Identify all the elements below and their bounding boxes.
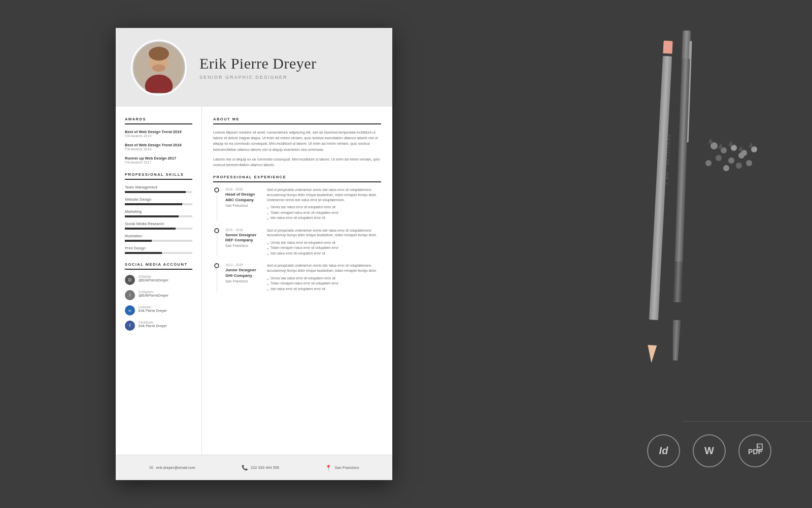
resume-header: Erik Pierre Dreyer SENIOR GRAPHIC DESIGN… bbox=[116, 28, 392, 107]
svg-text:PDF: PDF bbox=[748, 448, 762, 456]
header-info: Erik Pierre Dreyer SENIOR GRAPHIC DESIGN… bbox=[199, 55, 317, 80]
footer-location: 📍 San Francisco bbox=[325, 465, 359, 470]
exp-timeline-3 bbox=[213, 263, 220, 292]
skill-marketing: Marketing bbox=[125, 209, 192, 217]
experience-section: PROFESSIONAL EXPERIENCE 2018 - 2020 Head… bbox=[213, 175, 381, 292]
exp-role-1: Head of Design bbox=[225, 192, 262, 197]
svg-point-2 bbox=[149, 47, 169, 60]
exp-company-name-2: DEF Company bbox=[225, 238, 262, 243]
skill-illustration: Illustration bbox=[125, 234, 192, 242]
resume-footer: ✉ erik.dreyer@email.com 📞 222 333 444 55… bbox=[116, 455, 392, 480]
pdf-icon: PDF bbox=[738, 434, 771, 467]
awards-title: AWARDS bbox=[125, 117, 192, 124]
exp-bullet-2-2: Totam remaperi natus error sit volupatem… bbox=[267, 245, 381, 250]
exp-right-2: Sed ut perspiciatis underarmor omnis ist… bbox=[267, 228, 381, 257]
resume-name: Erik Pierre Dreyer bbox=[199, 55, 317, 72]
exp-line-2 bbox=[217, 233, 217, 257]
exp-date-3: 2013 - 2015 bbox=[225, 263, 262, 267]
exp-dot-2 bbox=[214, 228, 219, 233]
pdf-symbol: PDF bbox=[747, 443, 763, 459]
push-pins bbox=[700, 142, 782, 244]
exp-bullet-3-2: Totam remaperi natus error sit volupatem… bbox=[267, 281, 381, 286]
footer-email: ✉ erik.dreyer@email.com bbox=[149, 465, 195, 470]
exp-bullet-3-1: Omnis iste natus error sit volupatem err… bbox=[267, 276, 381, 281]
exp-bullet-1-2: Totam remaperi natus error sit volupatem… bbox=[267, 210, 381, 215]
exp-bullet-3-3: Iste natus error sit volupatem error sit bbox=[267, 287, 381, 292]
dribbble-icon: D bbox=[125, 275, 135, 285]
resume-body: AWARDS Best of Web Design Trend 2019 ITA… bbox=[116, 107, 392, 455]
exp-dot-1 bbox=[214, 187, 219, 193]
skill-social-media: Social Media Research bbox=[125, 221, 192, 230]
instagram-icon: I bbox=[125, 290, 135, 300]
pencil-eraser bbox=[663, 41, 672, 54]
exp-date-2: 2015 - 2018 bbox=[225, 228, 262, 232]
footer-phone: 📞 222 333 444 555 bbox=[242, 465, 279, 470]
resume-paper: Erik Pierre Dreyer SENIOR GRAPHIC DESIGN… bbox=[116, 28, 392, 480]
award-item-3: Runner up Web Design 2017 ITA Awards 201… bbox=[125, 156, 192, 164]
about-paragraph-1: Lorems lilipsum modolor sit amet, consec… bbox=[213, 130, 381, 152]
left-column: AWARDS Best of Web Design Trend 2019 ITA… bbox=[116, 107, 202, 455]
skills-section: PROFESSIONAL SKILLS Team Management Webs… bbox=[125, 172, 192, 254]
exp-timeline-2 bbox=[213, 228, 220, 257]
social-facebook: f Facebook: Erik Pierre Dreyer bbox=[125, 321, 192, 331]
exp-line-3 bbox=[217, 268, 217, 292]
exp-bullet-1-3: Iste natus error sit volupatem error sit bbox=[267, 215, 381, 220]
social-linkedin: in LinkedIn: Erik Pierre Dreyer bbox=[125, 305, 192, 315]
exp-company-name-3: GHI Company bbox=[225, 273, 262, 278]
exp-left-3: 2013 - 2015 Junior Designer GHI Company … bbox=[225, 263, 262, 292]
resume-title: SENIOR GRAPHIC DESIGNER bbox=[199, 75, 317, 80]
exp-role-2: Senior Designer bbox=[225, 233, 262, 238]
skill-website-design: Website Design bbox=[125, 197, 192, 205]
exp-location-2: San Francisco bbox=[225, 244, 262, 247]
skills-title: PROFESSIONAL SKILLS bbox=[125, 172, 192, 180]
exp-bullet-2-1: Omnis iste natus error sit volupatem err… bbox=[267, 240, 381, 245]
indesign-icon: Id bbox=[647, 434, 680, 467]
pen-tip bbox=[671, 320, 681, 361]
exp-location-1: San Francisco bbox=[225, 204, 262, 207]
exp-bullet-2-3: Iste natus error sit volupatem error sit bbox=[267, 251, 381, 256]
exp-item-1: 2018 - 2020 Head of Design ABC Company S… bbox=[213, 187, 381, 220]
exp-right-3: Sed ut perspiciatis underarmor omnis ist… bbox=[267, 263, 381, 292]
exp-role-3: Junior Designer bbox=[225, 268, 262, 273]
award-item-1: Best of Web Design Trend 2019 ITA Awards… bbox=[125, 130, 192, 138]
about-section: ABOUT ME Lorems lilipsum modolor sit ame… bbox=[213, 117, 381, 168]
linkedin-icon: in bbox=[125, 305, 135, 315]
right-column: ABOUT ME Lorems lilipsum modolor sit ame… bbox=[202, 107, 392, 455]
exp-line-1 bbox=[217, 193, 217, 220]
exp-date-1: 2018 - 2020 bbox=[225, 187, 262, 191]
experience-title: PROFESSIONAL EXPERIENCE bbox=[213, 175, 381, 182]
location-icon: 📍 bbox=[325, 465, 331, 470]
skill-team-management: Team Management bbox=[125, 185, 192, 193]
social-dribbble: D Dribbble: @ErikPierreDreyer bbox=[125, 275, 192, 285]
exp-item-2: 2015 - 2018 Senior Designer DEF Company … bbox=[213, 228, 381, 257]
phone-icon: 📞 bbox=[242, 465, 248, 470]
exp-right-1: Sed ut perspiciatis underarmor omnis ist… bbox=[267, 187, 381, 220]
award-item-2: Best of Web Design Trend 2018 ITA Awards… bbox=[125, 143, 192, 151]
exp-location-3: San Francisco bbox=[225, 279, 262, 283]
format-icons: Id W PDF bbox=[647, 434, 771, 467]
profile-photo bbox=[131, 40, 187, 96]
exp-left-2: 2015 - 2018 Senior Designer DEF Company … bbox=[225, 228, 262, 257]
about-paragraph-2: Laboris nisi ut aliquip ex ea commodo co… bbox=[213, 156, 381, 168]
social-instagram: I Instagram: @ErikPierreDreyer bbox=[125, 290, 192, 300]
social-section: SOCIAL MEDIA ACCOUNT D Dribbble: @ErikPi… bbox=[125, 262, 192, 331]
exp-dot-3 bbox=[214, 263, 219, 268]
awards-section: AWARDS Best of Web Design Trend 2019 ITA… bbox=[125, 117, 192, 164]
exp-item-3: 2013 - 2015 Junior Designer GHI Company … bbox=[213, 263, 381, 292]
pen-grip bbox=[673, 262, 683, 303]
exp-company-name-1: ABC Company bbox=[225, 198, 262, 203]
format-divider-line bbox=[683, 421, 812, 422]
facebook-icon: f bbox=[125, 321, 135, 331]
exp-timeline-1 bbox=[213, 187, 220, 220]
skill-print-design: Print Design bbox=[125, 246, 192, 254]
about-title: ABOUT ME bbox=[213, 117, 381, 124]
word-icon: W bbox=[693, 434, 726, 467]
email-icon: ✉ bbox=[149, 465, 153, 470]
pencil-tip bbox=[647, 345, 657, 363]
exp-left-1: 2018 - 2020 Head of Design ABC Company S… bbox=[225, 187, 262, 220]
avatar bbox=[133, 42, 184, 93]
exp-bullet-1-1: Omnis iste natus error sit volupatem err… bbox=[267, 205, 381, 210]
svg-point-4 bbox=[152, 64, 165, 72]
social-title: SOCIAL MEDIA ACCOUNT bbox=[125, 262, 192, 270]
